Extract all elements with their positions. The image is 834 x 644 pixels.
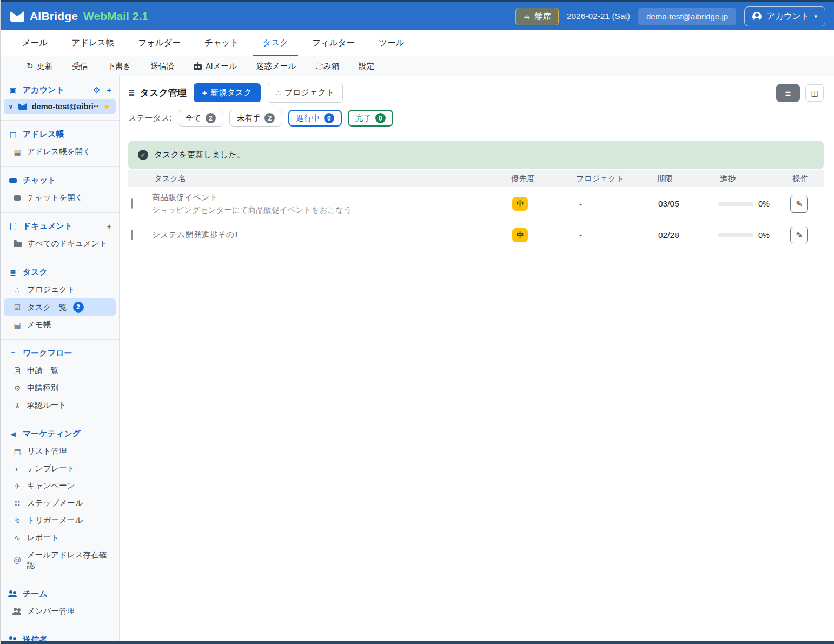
tab-mail[interactable]: メール (10, 30, 59, 56)
board-view-button[interactable]: ◫ (805, 84, 824, 102)
envelope-icon (18, 103, 27, 110)
campaigns-label: キャンペーン (27, 481, 75, 491)
tab-filters[interactable]: フィルター (300, 30, 367, 56)
table-row: 商品販促イベント ショッピングセンターにて商品販促イベントをおこなう 中 - 0… (128, 187, 824, 221)
sidebar-item-list-management[interactable]: ▤ リスト管理 (4, 443, 116, 460)
toolbar-inbox[interactable]: 受信 (63, 56, 98, 76)
tab-address-book[interactable]: アドレス帳 (59, 30, 126, 56)
sidebar-item-all-documents[interactable]: すべてのドキュメント (4, 235, 116, 252)
edit-task-button[interactable]: ✎ (790, 196, 808, 213)
robot-icon (194, 64, 202, 70)
address-book-icon: ▤ (8, 130, 18, 139)
filter-done[interactable]: 完了 0 (348, 110, 393, 127)
request-type-label: 申請種別 (27, 383, 58, 393)
priority-badge: 中 (512, 228, 528, 242)
tab-tasks[interactable]: タスク (251, 30, 301, 56)
tab-tools[interactable]: ツール (367, 30, 416, 56)
reports-label: レポート (27, 533, 59, 543)
memo-label: メモ帳 (27, 320, 51, 330)
section-title-tasks: タスク (23, 267, 48, 277)
new-task-button[interactable]: + 新規タスク (194, 83, 261, 102)
coffee-icon: ☕ (523, 12, 530, 21)
list-view-button[interactable]: ≣ (776, 84, 800, 102)
row-checkbox[interactable] (131, 198, 133, 209)
pencil-icon: ✎ (796, 199, 803, 209)
task-page-header: ≣ タスク管理 + 新規タスク ∴ プロジェクト ≣ ◫ (128, 83, 824, 103)
chevron-down-icon[interactable]: ∨ (8, 103, 14, 110)
toolbar-trash-label: ごみ箱 (315, 61, 339, 71)
sidebar-item-request-type[interactable]: ⚙ 申請種別 (4, 380, 116, 396)
sidebar-item-trigger-mail[interactable]: ↯ トリガーメール (4, 512, 116, 529)
email-verification-label: メールアドレス存在確認 (27, 550, 110, 570)
account-menu-button[interactable]: アカウント ▾ (744, 6, 825, 26)
sidebar-item-request-list[interactable]: 申請一覧 (4, 362, 116, 379)
project-button[interactable]: ∴ プロジェクト (268, 83, 343, 103)
sidebar-section-documents: ドキュメント + すべてのドキュメント (1, 213, 119, 258)
success-alert: ✓ タスクを更新しました。 (128, 141, 824, 169)
footsteps-icon: ∷ (12, 499, 22, 508)
sidebar-item-templates[interactable]: ◐ テンプレート (4, 460, 116, 477)
toolbar-sent[interactable]: 送信済 (141, 56, 184, 76)
toolbar-sent-label: 送信済 (150, 61, 174, 71)
sidebar-item-campaigns[interactable]: ✈ キャンペーン (4, 477, 116, 494)
megaphone-icon: ◀ (8, 430, 18, 438)
plus-icon[interactable]: + (107, 85, 111, 95)
folder-icon (12, 240, 22, 247)
toolbar-refresh[interactable]: ↻ 更新 (17, 56, 63, 76)
sidebar-item-email-verification[interactable]: @ メールアドレス存在確認 (4, 547, 116, 574)
sidebar-item-step-mail[interactable]: ∷ ステップメール (4, 495, 116, 512)
gears-icon: ⚙ (12, 384, 22, 393)
sidebar-item-approval-route[interactable]: Y 承認ルート (4, 397, 116, 414)
toolbar-drafts-label: 下書き (108, 61, 131, 71)
tab-folders[interactable]: フォルダー (126, 30, 193, 56)
section-title-workflow: ワークフロー (23, 348, 72, 358)
col-header-project: プロジェクト (574, 174, 655, 184)
toolbar-settings[interactable]: 設定 (349, 56, 384, 76)
tab-chat[interactable]: チャット (193, 30, 250, 56)
sidebar-item-memo[interactable]: ▤ メモ帳 (4, 316, 116, 333)
member-management-label: メンバー管理 (27, 606, 75, 616)
sidebar-item-open-chat[interactable]: チャットを開く (4, 189, 116, 206)
sidebar-item-account-email[interactable]: ∨ demo-test@aibri⋯ ★ (4, 99, 116, 114)
row-checkbox[interactable] (131, 230, 133, 240)
filter-all-count: 2 (206, 113, 216, 123)
task-title-link[interactable]: 商品販促イベント (152, 192, 509, 203)
col-header-priority: 優先度 (509, 174, 574, 184)
filter-all-label: 全て (186, 113, 201, 123)
caret-down-icon: ▾ (814, 13, 817, 20)
edit-task-button[interactable]: ✎ (790, 227, 808, 243)
sidebar-item-open-address-book[interactable]: ▦ アドレス帳を開く (4, 143, 116, 160)
sidebar-item-reports[interactable]: ∿ レポート (4, 529, 116, 546)
plus-icon[interactable]: + (107, 222, 111, 231)
workflow-icon: ≡ (8, 349, 18, 358)
list-table-icon: ▤ (12, 447, 22, 456)
task-title-link[interactable]: システム開発進捗その1 (152, 230, 509, 240)
toolbar-spam[interactable]: 迷惑メール (247, 56, 306, 76)
view-list-icon: ≣ (785, 89, 791, 97)
star-icon[interactable]: ★ (103, 102, 110, 111)
topbar-right: ☕ 離席 2026-02-21 (Sat) demo-test@aibridge… (515, 6, 825, 26)
sidebar-section-team: チーム メンバー管理 (1, 580, 119, 626)
filter-in-progress[interactable]: 進行中 0 (288, 110, 342, 127)
sidebar-section-workflow: ≡ ワークフロー 申請一覧 ⚙ 申請種別 Y 承認ルート (1, 340, 119, 420)
sidebar-item-member-management[interactable]: メンバー管理 (4, 603, 116, 620)
filter-not-started[interactable]: 未着手 2 (229, 110, 283, 127)
status-filter-label: ステータス: (128, 113, 172, 123)
toolbar-spam-label: 迷惑メール (256, 61, 296, 71)
toolbar-ai-mail[interactable]: AIメール (184, 56, 247, 76)
col-header-due: 期限 (655, 174, 718, 184)
filter-in-progress-count: 0 (324, 113, 334, 123)
toolbar-trash[interactable]: ごみ箱 (306, 56, 349, 76)
sidebar-item-task-list[interactable]: ☑ タスク一覧 2 (4, 298, 116, 316)
current-date: 2026-02-21 (Sat) (567, 11, 630, 21)
filter-all[interactable]: 全て 2 (178, 110, 223, 127)
gear-icon[interactable]: ⚙ (93, 85, 100, 95)
account-email-label: demo-test@aibri⋯ (32, 102, 99, 111)
toolbar-drafts[interactable]: 下書き (98, 56, 141, 76)
progress-percent-label: 0% (758, 200, 770, 208)
sidebar-item-projects[interactable]: ∴ プロジェクト (4, 281, 116, 298)
people-gear-icon (12, 608, 22, 615)
sidebar-section-address-book: ▤ アドレス帳 ▦ アドレス帳を開く (1, 121, 119, 167)
col-header-progress: 進捗 (718, 174, 790, 184)
away-status-button[interactable]: ☕ 離席 (515, 8, 558, 25)
